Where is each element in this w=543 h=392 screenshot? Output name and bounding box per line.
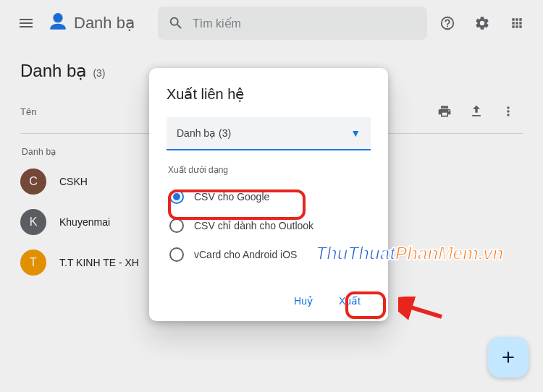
radio-icon [169, 189, 184, 204]
chevron-down-icon: ▼ [350, 127, 361, 139]
radio-option[interactable]: CSV chỉ dành cho Outlook [167, 211, 371, 240]
radio-icon [169, 247, 184, 262]
dialog-actions: Huỷ Xuất [167, 289, 371, 312]
export-dialog: Xuất liên hệ Danh bạ (3) ▼ Xuất dưới dạn… [149, 68, 388, 321]
export-confirm-button[interactable]: Xuất [329, 289, 371, 312]
radio-option[interactable]: CSV cho Google [167, 182, 371, 211]
radio-label: vCard cho Android iOS [194, 249, 297, 260]
format-label: Xuất dưới dạng [168, 165, 371, 175]
dialog-title: Xuất liên hệ [167, 85, 371, 103]
radio-label: CSV chỉ dành cho Outlook [194, 220, 313, 231]
radio-option[interactable]: vCard cho Android iOS [167, 240, 371, 269]
radio-group: CSV cho GoogleCSV chỉ dành cho OutlookvC… [167, 182, 371, 269]
contacts-select[interactable]: Danh bạ (3) ▼ [167, 117, 371, 150]
radio-label: CSV cho Google [194, 191, 269, 203]
plus-icon [499, 348, 518, 367]
cancel-button[interactable]: Huỷ [284, 289, 323, 312]
select-value: Danh bạ (3) [177, 127, 231, 139]
add-contact-fab[interactable] [488, 337, 529, 378]
radio-icon [169, 218, 184, 233]
